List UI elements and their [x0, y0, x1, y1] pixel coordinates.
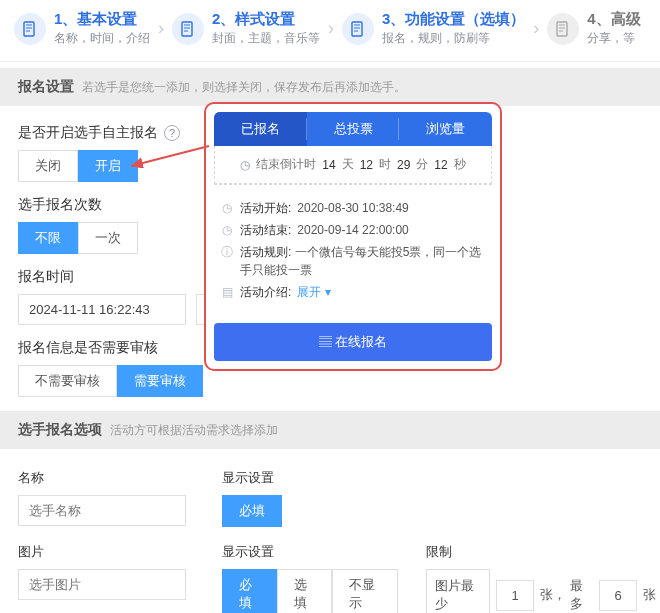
step-subtitle: 名称，时间，介绍: [54, 30, 150, 47]
chevron-right-icon: ›: [326, 18, 336, 39]
step-header: 1、基本设置 名称，时间，介绍 › 2、样式设置 封面，主题，音乐等 › 3、功…: [0, 0, 660, 62]
doc-icon: [342, 13, 374, 45]
activity-info: ◷ 活动开始: 2020-08-30 10:38:49 ◷ 活动结束: 2020…: [214, 184, 492, 313]
option-image-label: 图片: [18, 543, 194, 561]
svg-rect-2: [352, 22, 362, 36]
clock-icon: ◷: [240, 158, 250, 172]
step-title: 2、样式设置: [212, 10, 320, 28]
svg-rect-3: [557, 22, 567, 36]
doc-icon: [14, 13, 46, 45]
tab-votes[interactable]: 总投票: [307, 112, 400, 146]
info-icon: ⓘ: [220, 243, 234, 279]
display-required[interactable]: 必填: [222, 495, 282, 527]
step-subtitle: 封面，主题，音乐等: [212, 30, 320, 47]
step-title: 4、高级: [587, 10, 640, 28]
section-title: 报名设置: [18, 78, 74, 94]
toggle-need-audit[interactable]: 需要审核: [117, 365, 203, 397]
step-3[interactable]: 3、功能设置（选填） 报名，规则，防刷等: [342, 10, 525, 47]
section-hint: 若选手是您统一添加，则选择关闭，保存发布后再添加选手。: [82, 80, 406, 94]
image-min-label: 图片最少: [426, 569, 490, 613]
clock-icon: ◷: [220, 199, 234, 217]
tab-views[interactable]: 浏览量: [399, 112, 492, 146]
section-hint: 活动方可根据活动需求选择添加: [110, 423, 278, 437]
toggle-unlimited[interactable]: 不限: [18, 222, 78, 254]
step-4[interactable]: 4、高级 分享，等: [547, 10, 640, 47]
image-limit-row: 图片最少 张， 最多 张: [426, 569, 656, 613]
display-optional[interactable]: 选填: [277, 569, 332, 613]
step-1[interactable]: 1、基本设置 名称，时间，介绍: [14, 10, 150, 47]
section-title: 选手报名选项: [18, 421, 102, 437]
step-subtitle: 报名，规则，防刷等: [382, 30, 525, 47]
preview-tabs: 已报名 总投票 浏览量: [214, 112, 492, 146]
doc-icon: [547, 13, 579, 45]
option-image-input[interactable]: [18, 569, 186, 600]
option-limit-label: 限制: [426, 543, 656, 561]
expand-intro[interactable]: 展开 ▾: [297, 283, 330, 301]
section-registration: 报名设置 若选手是您统一添加，则选择关闭，保存发布后再添加选手。: [0, 68, 660, 106]
form-icon: ▤: [319, 334, 332, 349]
section-options: 选手报名选项 活动方可根据活动需求选择添加: [0, 411, 660, 449]
option-display-label: 显示设置: [222, 469, 398, 487]
toggle-off[interactable]: 关闭: [18, 150, 78, 182]
image-min-input[interactable]: [496, 580, 534, 611]
toggle-on[interactable]: 开启: [78, 150, 138, 182]
option-name-label: 名称: [18, 469, 194, 487]
display-hidden[interactable]: 不显示: [332, 569, 398, 613]
chevron-right-icon: ›: [156, 18, 166, 39]
options-settings: 名称 显示设置 必填 图片 显示设置 必填 选填 不显示 限制 图片最少: [0, 449, 660, 613]
registration-settings: 是否开启选手自主报名 ? 关闭 开启 已报名 总投票 浏览量 ◷ 结束倒计时 1…: [0, 106, 660, 405]
svg-rect-0: [24, 22, 34, 36]
step-title: 1、基本设置: [54, 10, 150, 28]
registration-preview: 已报名 总投票 浏览量 ◷ 结束倒计时 14天 12时 29分 12秒 ◷ 活动…: [204, 102, 502, 371]
clock-icon: ◷: [220, 221, 234, 239]
help-icon[interactable]: ?: [164, 125, 180, 141]
online-register-button[interactable]: ▤ 在线报名: [214, 323, 492, 361]
display-required[interactable]: 必填: [222, 569, 277, 613]
step-subtitle: 分享，等: [587, 30, 640, 47]
option-display-label: 显示设置: [222, 543, 398, 561]
registration-start-input[interactable]: [18, 294, 186, 325]
toggle-no-audit[interactable]: 不需要审核: [18, 365, 117, 397]
step-2[interactable]: 2、样式设置 封面，主题，音乐等: [172, 10, 320, 47]
note-icon: ▤: [220, 283, 234, 301]
toggle-once[interactable]: 一次: [78, 222, 138, 254]
tab-enrolled[interactable]: 已报名: [214, 112, 307, 146]
doc-icon: [172, 13, 204, 45]
image-max-input[interactable]: [599, 580, 637, 611]
chevron-right-icon: ›: [531, 18, 541, 39]
option-name-input[interactable]: [18, 495, 186, 526]
step-title: 3、功能设置（选填）: [382, 10, 525, 28]
countdown-row: ◷ 结束倒计时 14天 12时 29分 12秒: [214, 146, 492, 184]
svg-rect-1: [182, 22, 192, 36]
